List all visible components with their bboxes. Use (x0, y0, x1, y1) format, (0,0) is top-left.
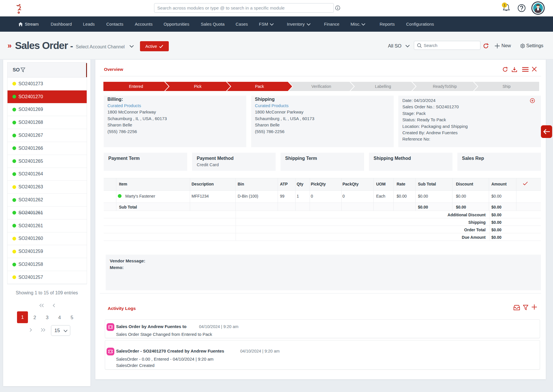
svg-text:1: 1 (503, 3, 505, 7)
